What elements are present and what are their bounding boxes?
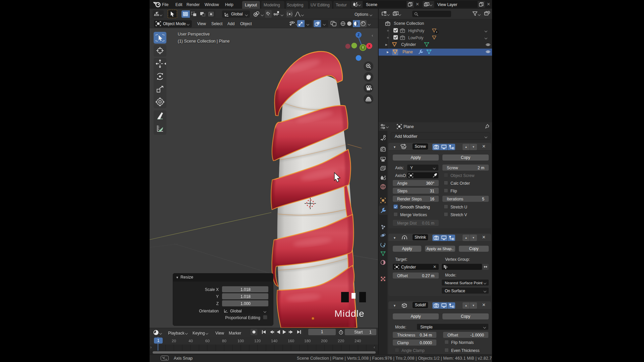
svg-text:Y: Y — [362, 46, 364, 50]
svg-text:Z: Z — [358, 33, 360, 37]
svg-text:X: X — [368, 44, 371, 48]
